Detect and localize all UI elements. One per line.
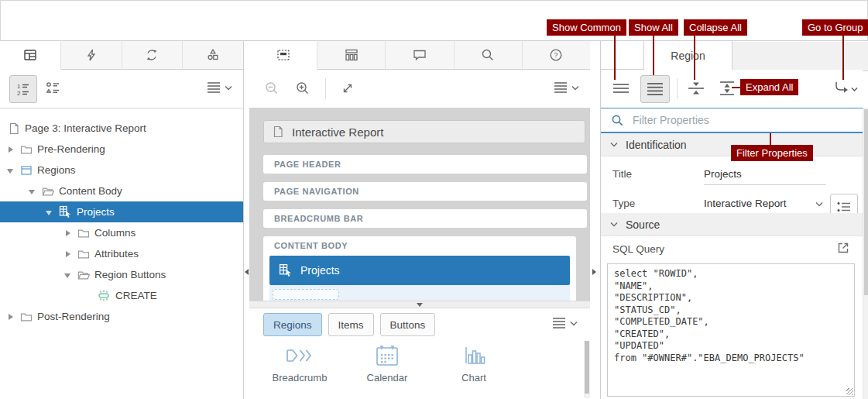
slot-page-header[interactable]: PAGE HEADER — [263, 155, 587, 174]
tree-expand-arrow[interactable] — [28, 187, 37, 196]
tree-item-label: Page 3: Interactive Report — [25, 122, 146, 134]
zoom-out-button[interactable] — [259, 75, 285, 101]
ordered-list-icon: 12 — [15, 81, 31, 97]
filter-properties-input[interactable] — [631, 113, 863, 127]
collapse-right-handle[interactable] — [592, 269, 596, 275]
middle-tab-bar: ? — [249, 40, 590, 70]
projects-region-bar[interactable]: Projects — [269, 256, 570, 285]
calendar-icon — [374, 344, 400, 367]
collapse-all-button[interactable] — [683, 75, 709, 101]
tab-shared-components[interactable] — [183, 40, 243, 70]
tree-item-regions[interactable]: Regions — [0, 160, 243, 181]
interactive-report-icon — [59, 205, 72, 218]
content-body-card: CONTENT BODY Projects — [263, 236, 576, 301]
folder-open-icon — [42, 185, 54, 198]
maximize-button[interactable] — [335, 75, 361, 101]
group-list-button[interactable] — [40, 75, 67, 101]
order-list-button[interactable]: 12 — [9, 75, 37, 103]
tab-help[interactable]: ? — [523, 40, 590, 70]
show-common-icon — [612, 81, 630, 96]
tree-item-attributes[interactable]: Attributes — [0, 243, 243, 264]
gallery-tab-items[interactable]: Items — [328, 313, 374, 336]
gallery-dock: Regions Items Buttons Breadcrumb Calenda… — [249, 308, 590, 399]
tree-collapse-arrow[interactable] — [63, 229, 73, 238]
zoom-in-icon — [295, 81, 310, 96]
tab-messages[interactable] — [386, 40, 454, 70]
tab-processing[interactable] — [122, 40, 184, 70]
gallery-item-calendar[interactable]: Calendar — [345, 344, 430, 384]
scrollbar-thumb[interactable] — [585, 341, 589, 394]
folder-icon — [20, 143, 33, 156]
region-body[interactable] — [269, 285, 570, 301]
menu-icon — [551, 316, 567, 330]
page-title-card[interactable]: Interactive Report — [263, 120, 585, 143]
callout-filter-properties: Filter Properties — [731, 145, 813, 161]
tree-collapse-arrow[interactable] — [6, 145, 15, 154]
gallery-menu-button[interactable] — [551, 316, 578, 330]
show-all-button[interactable] — [640, 75, 670, 103]
layout-menu-button[interactable] — [553, 81, 579, 95]
tree-item-post-rendering[interactable]: Post-Rendering — [0, 306, 243, 327]
show-common-button[interactable] — [608, 75, 634, 101]
gallery-scrollbar[interactable] — [584, 341, 590, 398]
tree-item-create[interactable]: CREATE — [0, 285, 243, 306]
gallery-tab-regions[interactable]: Regions — [263, 313, 322, 336]
tree-item-page[interactable]: Page 3: Interactive Report — [0, 118, 243, 139]
gallery-tab-buttons[interactable]: Buttons — [380, 313, 436, 336]
tree-collapse-arrow[interactable] — [6, 312, 15, 322]
tree-item-projects[interactable]: Projects — [0, 201, 243, 222]
go-to-group-icon — [832, 81, 859, 96]
filter-properties-box — [601, 108, 863, 133]
sql-query-textarea[interactable]: select "ROWID", "NAME", "DESCRIPTION", "… — [607, 263, 855, 397]
open-code-editor-button[interactable] — [835, 240, 851, 256]
tab-page-search[interactable] — [455, 40, 523, 70]
chevron-down-icon — [225, 85, 232, 91]
tree-expand-arrow[interactable] — [45, 208, 54, 217]
zoom-in-button[interactable] — [290, 75, 316, 101]
callout-go-to-group: Go to Group — [802, 19, 868, 36]
tab-layout[interactable] — [249, 40, 317, 70]
scrollbar-thumb[interactable] — [864, 109, 868, 295]
gallery-item-breadcrumb[interactable]: Breadcrumb — [257, 344, 342, 384]
tree-item-region-buttons[interactable]: Region Buttons — [0, 264, 243, 285]
svg-text:?: ? — [554, 50, 558, 59]
page-search-icon — [480, 47, 496, 63]
tree-item-pre-rendering[interactable]: Pre-Rendering — [0, 139, 243, 160]
chevron-down-icon — [571, 85, 579, 91]
tab-dynamic-actions[interactable] — [61, 40, 122, 70]
left-tree-menu-button[interactable] — [206, 81, 232, 95]
slot-page-navigation[interactable]: PAGE NAVIGATION — [263, 182, 587, 201]
popup-editor-icon — [835, 240, 851, 256]
tree-item-content-body[interactable]: Content Body — [0, 181, 243, 201]
left-splitter[interactable] — [244, 41, 249, 399]
chart-icon — [461, 344, 486, 367]
tree-expand-arrow[interactable] — [6, 166, 15, 175]
tab-rendering[interactable] — [0, 40, 61, 70]
tree-item-columns[interactable]: Columns — [0, 222, 243, 243]
callout-show-all: Show All — [629, 19, 678, 36]
expand-all-button[interactable] — [714, 75, 740, 101]
zoom-out-icon — [264, 81, 280, 96]
collapse-left-handle[interactable] — [245, 269, 249, 275]
tab-region[interactable]: Region — [643, 40, 732, 70]
callout-line-go-to-group — [842, 36, 844, 80]
splitter-collapse-handle[interactable] — [417, 303, 423, 307]
go-to-group-button[interactable] — [830, 75, 861, 101]
title-value-field[interactable]: Projects — [704, 168, 826, 185]
horizontal-splitter[interactable] — [249, 301, 590, 308]
tree-expand-arrow[interactable] — [63, 270, 73, 280]
group-heading: Identification — [626, 139, 687, 151]
slot-breadcrumb-bar[interactable]: BREADCRUMB BAR — [263, 209, 587, 228]
menu-icon — [553, 81, 568, 95]
type-select-value: Interactive Report — [704, 198, 787, 209]
tree-collapse-arrow[interactable] — [63, 249, 73, 259]
gallery-item-chart[interactable]: Chart — [431, 344, 516, 384]
button-icon — [97, 289, 111, 302]
property-scrollbar[interactable] — [863, 108, 868, 399]
right-splitter[interactable] — [590, 41, 600, 399]
help-icon: ? — [548, 47, 564, 63]
resize-grip[interactable] — [846, 388, 853, 395]
group-header-source[interactable]: Source — [601, 213, 863, 236]
tab-component-view[interactable] — [317, 40, 386, 70]
type-select-field[interactable]: Interactive Report — [704, 198, 826, 215]
